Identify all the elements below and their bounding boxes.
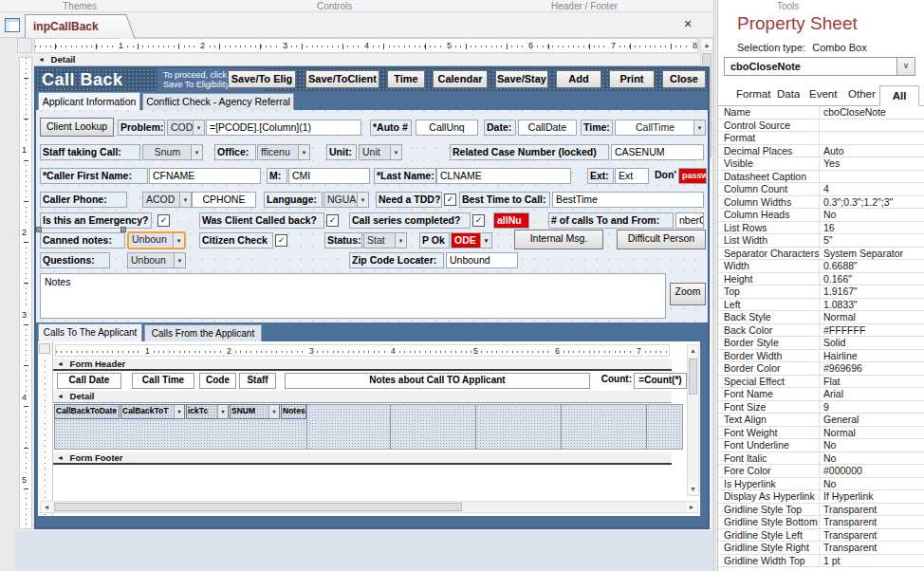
chevron-down-icon[interactable]: ▾ <box>357 193 368 207</box>
ext-field[interactable]: Ext <box>615 168 649 184</box>
callbacktotime-combo[interactable]: CalBackToT▾ <box>120 404 185 419</box>
time-button[interactable]: Time <box>387 70 425 88</box>
callbackcode-combo[interactable]: ickTc▾ <box>186 404 229 419</box>
property-value[interactable]: Transparent <box>820 504 915 516</box>
cmi-field[interactable]: CMI <box>288 168 370 184</box>
pcode-combo[interactable]: ODE▾ <box>451 232 492 249</box>
property-value[interactable]: 1.0833" <box>820 299 915 311</box>
unit-combo[interactable]: Unit▾ <box>359 144 402 160</box>
area-code-combo[interactable]: ACOD▾ <box>142 192 192 208</box>
control-selector-dropdown[interactable]: cboCloseNote ∨ <box>724 57 915 76</box>
property-value[interactable]: Transparent <box>820 529 915 542</box>
tab-all[interactable]: All <box>879 85 919 106</box>
selection-handle[interactable] <box>36 227 42 232</box>
print-button[interactable]: Print <box>609 70 655 88</box>
section-bar-form-header[interactable]: ◄ Form Header <box>53 359 672 371</box>
call-series-checkbox[interactable]: ✓ <box>472 214 485 227</box>
chevron-down-icon[interactable]: ▾ <box>390 145 401 159</box>
count-expression-field[interactable]: =Count(*) <box>634 373 687 389</box>
chevron-down-icon[interactable]: ▾ <box>174 405 184 418</box>
subform-vertical-scrollbar[interactable]: ▲ ▼ <box>687 344 699 496</box>
chevron-down-icon[interactable]: ▾ <box>191 145 202 159</box>
property-value[interactable]: Solid <box>820 337 915 349</box>
scrollbar-thumb[interactable] <box>689 359 697 395</box>
section-bar-form-footer[interactable]: ◄ Form Footer <box>53 452 672 465</box>
save-stay-button[interactable]: Save/Stay <box>495 70 548 88</box>
property-value[interactable]: 0.3";0.3";1.2";3" <box>820 196 915 209</box>
callnum-field[interactable]: allNu <box>493 212 529 229</box>
status-combo[interactable]: Stat▾ <box>363 232 407 249</box>
chevron-down-icon[interactable]: ▾ <box>480 233 491 248</box>
scroll-left-icon[interactable]: ◄ <box>41 502 52 512</box>
tab-data[interactable]: Data <box>777 88 800 100</box>
besttime-field[interactable]: BestTime <box>552 192 704 208</box>
problem-formula-field[interactable]: =[PCODE].[Column](1) <box>206 120 361 136</box>
property-value[interactable]: 1.9167" <box>820 286 915 298</box>
calltime-combo[interactable]: CallTime▾ <box>615 120 706 136</box>
scroll-up-icon[interactable]: ▲ <box>701 39 712 51</box>
property-value[interactable]: 0.166" <box>820 273 915 286</box>
save-to-client-button[interactable]: Save/ToClient <box>305 70 379 88</box>
scrollbar-thumb[interactable] <box>54 503 462 511</box>
property-value[interactable]: Arial <box>820 388 915 400</box>
property-value[interactable]: cboCloseNote <box>820 106 915 119</box>
property-value[interactable]: 9 <box>820 401 915 414</box>
chevron-down-icon[interactable]: ▾ <box>395 233 406 248</box>
clname-field[interactable]: CLNAME <box>436 168 571 184</box>
property-value[interactable]: No <box>820 439 915 451</box>
section-bar-detail[interactable]: ◄ Detail <box>34 54 700 66</box>
chevron-down-icon[interactable]: ▾ <box>268 405 279 418</box>
sub-notes-field[interactable]: Notes <box>281 404 306 419</box>
property-value[interactable]: Flat <box>820 376 915 388</box>
tab-calls-from-applicant[interactable]: Calls From the Applicant <box>144 324 262 341</box>
scroll-right-icon[interactable]: ► <box>686 502 697 512</box>
chevron-down-icon[interactable]: ▾ <box>693 120 705 135</box>
chevron-down-icon[interactable]: ▾ <box>298 145 309 159</box>
called-back-checkbox[interactable]: ✓ <box>326 214 339 227</box>
tdd-checkbox[interactable]: ✓ <box>444 193 456 206</box>
notes-field[interactable]: Notes <box>40 273 666 319</box>
section-bar-sub-detail[interactable]: ◄ Detail <box>53 391 672 403</box>
emergency-checkbox[interactable]: ✓ <box>157 214 170 227</box>
property-value[interactable]: No <box>820 452 915 465</box>
chevron-down-icon[interactable]: ▾ <box>193 120 204 135</box>
close-button[interactable]: Close <box>662 70 706 88</box>
staff-combo[interactable]: Snum▾ <box>142 144 203 160</box>
callunq-field[interactable]: CallUnq <box>416 120 478 136</box>
close-icon[interactable]: ✕ <box>679 15 696 32</box>
property-value[interactable]: No <box>820 209 915 221</box>
add-button[interactable]: Add <box>556 70 601 88</box>
property-value[interactable]: #969696 <box>820 362 915 375</box>
property-value[interactable]: 16 <box>820 222 915 234</box>
document-tab-inpcallback[interactable]: inpCallBack <box>25 14 123 38</box>
property-value[interactable] <box>820 120 915 132</box>
property-value[interactable]: Normal <box>820 427 915 439</box>
zoom-button[interactable]: Zoom <box>670 283 706 305</box>
property-value[interactable]: Yes <box>820 157 915 170</box>
zip-code-field[interactable]: Unbound <box>446 252 518 268</box>
calendar-button[interactable]: Calendar <box>433 70 488 88</box>
calldate-field[interactable]: CallDate <box>518 120 577 136</box>
property-value[interactable]: #000000 <box>820 465 915 477</box>
property-value[interactable]: #FFFFFF <box>820 324 915 337</box>
property-value[interactable] <box>820 132 915 144</box>
callbacktodate-field[interactable]: CallBackToDate <box>54 404 120 419</box>
chevron-down-icon[interactable]: ▾ <box>173 233 184 248</box>
tab-format[interactable]: Format <box>736 88 770 100</box>
property-value[interactable]: Hairline <box>820 350 915 362</box>
chevron-down-icon[interactable]: ▾ <box>217 405 228 418</box>
scroll-down-icon[interactable]: ▼ <box>688 484 698 495</box>
property-value[interactable]: No <box>820 478 915 490</box>
passwd-field[interactable]: passwd_l <box>678 168 707 184</box>
language-combo[interactable]: NGUA▾ <box>323 192 369 208</box>
property-value[interactable]: 5" <box>820 234 915 247</box>
internal-msg-button[interactable]: Internal Msg. <box>514 230 603 249</box>
number-calls-field[interactable]: nberC <box>675 212 704 229</box>
property-value[interactable] <box>820 171 915 183</box>
property-value[interactable]: General <box>820 414 915 426</box>
tab-calls-to-applicant[interactable]: Calls To The Applicant <box>38 323 142 341</box>
difficult-person-button[interactable]: Difficult Person <box>617 230 706 249</box>
property-value[interactable]: 0.6688" <box>820 260 915 272</box>
property-value[interactable]: Transparent <box>820 516 915 528</box>
chevron-down-icon[interactable]: ▾ <box>174 253 185 267</box>
